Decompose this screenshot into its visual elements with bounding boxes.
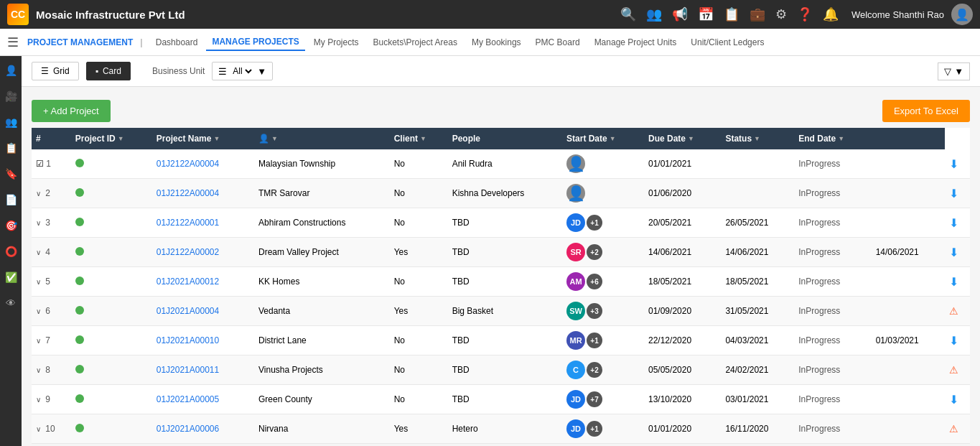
filter-icon: ▽ bbox=[944, 66, 951, 77]
sidebar-checklist-icon[interactable]: ✅ bbox=[2, 269, 19, 286]
client-name: TBD bbox=[452, 247, 470, 257]
project-id-link[interactable]: 01J2021A00006 bbox=[157, 424, 219, 434]
megaphone-icon[interactable]: 📢 bbox=[672, 6, 688, 22]
expand-icon[interactable]: ∨ bbox=[36, 219, 41, 227]
end-date-cell bbox=[872, 149, 945, 179]
download-icon[interactable]: ⬇ bbox=[949, 394, 958, 406]
header-icons: 🔍 👥 📢 📅 📋 💼 ⚙ ❓ 🔔 bbox=[620, 6, 839, 22]
download-icon[interactable]: ⬇ bbox=[949, 335, 958, 347]
sidebar-video-icon[interactable]: 🎥 bbox=[2, 88, 19, 105]
add-project-button[interactable]: + Add Project bbox=[32, 100, 111, 122]
warning-icon[interactable]: ⚠ bbox=[949, 423, 958, 435]
client-name: Anil Rudra bbox=[452, 159, 493, 169]
calendar-icon[interactable]: 📅 bbox=[698, 6, 714, 22]
grid-view-button[interactable]: ☰ Grid bbox=[32, 62, 79, 80]
col-client-flag: 👤▼ bbox=[254, 128, 390, 149]
sidebar-eye-icon[interactable]: 👁 bbox=[2, 294, 19, 312]
expand-icon[interactable]: ∨ bbox=[36, 396, 41, 404]
row-num-cell: ∨ 4 bbox=[32, 238, 71, 267]
user-group-icon[interactable]: 👥 bbox=[646, 6, 662, 22]
project-id-link[interactable]: 01J2021A00004 bbox=[157, 306, 219, 316]
people-cell: 👤 bbox=[562, 149, 644, 179]
people-cell: AM +6 bbox=[562, 267, 644, 297]
project-name: KK Homes bbox=[258, 277, 299, 287]
project-id-link[interactable]: 01J2021A00005 bbox=[157, 394, 219, 404]
nav-item-ledgers[interactable]: Unit/Client Ledgers bbox=[685, 34, 770, 50]
nav-item-manage-projects[interactable]: MANAGE PROJECTS bbox=[206, 34, 304, 51]
expand-icon[interactable]: ∨ bbox=[36, 190, 41, 198]
download-icon[interactable]: ⬇ bbox=[949, 158, 958, 170]
nav-item-dashboard[interactable]: Dashboard bbox=[150, 34, 204, 50]
sidebar-bookmark-icon[interactable]: 🔖 bbox=[2, 165, 19, 182]
action-cell: ⬇ bbox=[945, 208, 970, 238]
expand-icon[interactable]: ∨ bbox=[36, 278, 41, 286]
business-unit-select[interactable]: All bbox=[230, 65, 254, 77]
sidebar-people-icon[interactable]: 👥 bbox=[2, 113, 19, 131]
project-id-cell: 01J2021A00010 bbox=[152, 326, 254, 356]
card-view-button[interactable]: ▪ Card bbox=[86, 62, 131, 80]
project-id-link[interactable]: 01J2021A00012 bbox=[157, 277, 219, 287]
nav-item-manage-project-units[interactable]: Manage Project Units bbox=[589, 34, 683, 50]
checkbox-icon[interactable]: ☑ bbox=[36, 159, 44, 169]
client-flag: Yes bbox=[394, 247, 409, 257]
project-id-link[interactable]: 01J2122A00004 bbox=[157, 188, 219, 198]
gear-icon[interactable]: ⚙ bbox=[775, 6, 787, 22]
expand-icon[interactable]: ∨ bbox=[36, 366, 41, 374]
end-date: 14/06/2021 bbox=[876, 247, 919, 257]
expand-icon[interactable]: ∨ bbox=[36, 248, 41, 256]
start-date: 01/09/2020 bbox=[648, 306, 691, 316]
row-num-cell: ∨ 8 bbox=[32, 356, 71, 385]
warning-icon[interactable]: ⚠ bbox=[949, 364, 958, 376]
status-dot-cell bbox=[71, 208, 152, 238]
search-icon[interactable]: 🔍 bbox=[620, 6, 636, 22]
project-id-link[interactable]: 01J2021A00010 bbox=[157, 335, 219, 345]
warning-icon[interactable]: ⚠ bbox=[949, 305, 958, 317]
col-end-date: End Date ▼ bbox=[794, 128, 871, 149]
briefcase-icon[interactable]: 💼 bbox=[750, 6, 765, 22]
help-icon[interactable]: ❓ bbox=[797, 6, 813, 22]
person-group: SR +2 bbox=[566, 243, 640, 261]
download-icon[interactable]: ⬇ bbox=[949, 187, 958, 200]
sidebar-profile-icon[interactable]: 👤 bbox=[2, 62, 19, 79]
client-flag-cell: No bbox=[390, 208, 448, 238]
end-date-cell bbox=[872, 414, 945, 444]
person-avatar: AM bbox=[566, 272, 585, 291]
bell-icon[interactable]: 🔔 bbox=[823, 6, 839, 22]
project-id-link[interactable]: 01J2122A00002 bbox=[157, 247, 219, 257]
person-avatar: MR bbox=[566, 331, 585, 350]
project-id-link[interactable]: 01J2122A00001 bbox=[157, 218, 219, 228]
filter-button[interactable]: ▽ ▼ bbox=[938, 62, 970, 80]
business-unit-select-wrapper[interactable]: ☰ All ▼ bbox=[212, 62, 273, 80]
expand-icon[interactable]: ∨ bbox=[36, 337, 41, 345]
nav-item-my-projects[interactable]: My Projects bbox=[308, 34, 365, 50]
avatar[interactable]: 👤 bbox=[951, 4, 973, 25]
start-date-cell: 14/06/2021 bbox=[644, 238, 721, 267]
nav-item-pmc-board[interactable]: PMC Board bbox=[530, 34, 586, 50]
sidebar-list-icon[interactable]: 📄 bbox=[2, 191, 19, 208]
project-id-link[interactable]: 01J2122A00004 bbox=[157, 159, 219, 169]
status-cell: InProgress bbox=[794, 414, 871, 444]
export-button[interactable]: Export To Excel bbox=[882, 100, 970, 122]
expand-icon[interactable]: ∨ bbox=[36, 307, 41, 315]
client-name: Kishna Developers bbox=[452, 188, 525, 198]
document-icon[interactable]: 📋 bbox=[724, 6, 739, 22]
client-flag: No bbox=[394, 335, 405, 345]
nav-item-my-bookings[interactable]: My Bookings bbox=[466, 34, 527, 50]
due-date: 26/05/2021 bbox=[725, 218, 768, 228]
nav-item-buckets[interactable]: Buckets\Project Areas bbox=[368, 34, 463, 50]
download-icon[interactable]: ⬇ bbox=[949, 217, 958, 229]
hamburger-menu[interactable]: ☰ bbox=[7, 34, 19, 50]
client-flag-cell: No bbox=[390, 356, 448, 385]
project-id-link[interactable]: 01J2021A00011 bbox=[157, 365, 219, 375]
download-icon[interactable]: ⬇ bbox=[949, 246, 958, 259]
end-date-cell: 01/03/2021 bbox=[872, 326, 945, 356]
start-date-cell: 01/09/2020 bbox=[644, 297, 721, 326]
person-badge: +2 bbox=[587, 362, 602, 378]
sidebar-circle-icon[interactable]: ⭕ bbox=[2, 243, 19, 260]
sidebar-clipboard-icon[interactable]: 📋 bbox=[2, 139, 19, 157]
status-text: InProgress bbox=[798, 218, 840, 228]
download-icon[interactable]: ⬇ bbox=[949, 276, 958, 288]
sidebar-target-icon[interactable]: 🎯 bbox=[2, 217, 19, 234]
client-name: TBD bbox=[452, 218, 470, 228]
expand-icon[interactable]: ∨ bbox=[36, 425, 41, 433]
